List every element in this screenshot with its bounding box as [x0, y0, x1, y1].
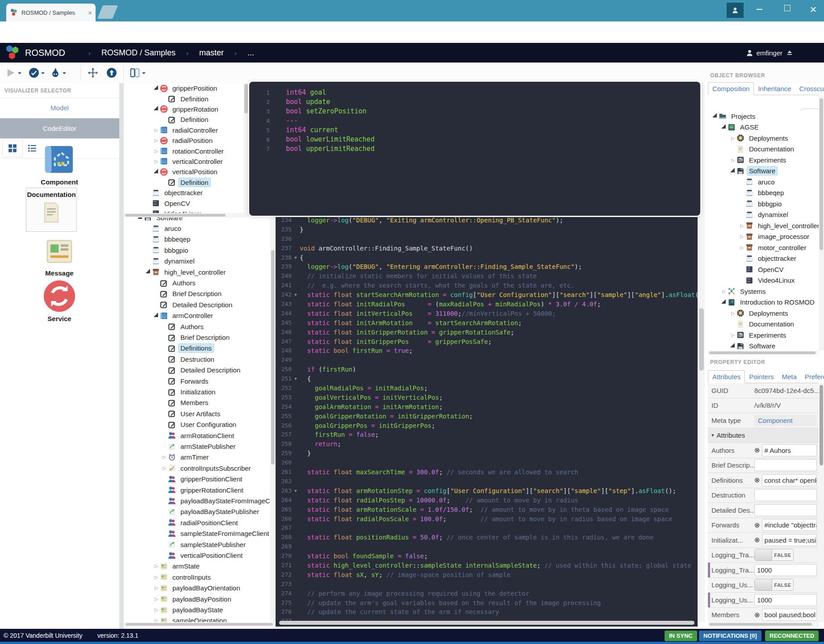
tree-item-definition[interactable]: Definition — [161, 114, 210, 125]
collapse-arrow-icon[interactable]: ▷ — [738, 223, 745, 228]
tree-item-bbbeqep[interactable]: bbbeqep — [145, 234, 192, 245]
collapse-arrow-icon[interactable]: ▷ — [720, 289, 728, 294]
expand-arrow-icon[interactable] — [712, 113, 717, 117]
user-menu[interactable]: emfinger — [746, 49, 796, 57]
clear-value-icon[interactable]: ⊗ — [754, 536, 760, 544]
object-browser-hscrollbar[interactable] — [708, 351, 819, 355]
tree-item-detailed-description[interactable]: Detailed Description — [153, 299, 234, 310]
section-collapse-icon[interactable]: ▾ — [711, 432, 714, 438]
tree-item-image-processor[interactable]: ▷image_processor — [738, 231, 811, 243]
tree-item-payloadbayposition[interactable]: ▷payloadBayPosition — [153, 594, 233, 604]
tree-item-samplestatefromimageclient[interactable]: sampleStateFromImageClient — [161, 528, 270, 539]
expand-arrow-icon[interactable] — [146, 269, 150, 273]
tree-item-dynamixel[interactable]: dynamixel — [145, 256, 197, 267]
tree-item-definitions[interactable]: Definitions — [161, 343, 213, 354]
tree-item-payloadbaystate[interactable]: ▷payloadBayState — [153, 604, 225, 615]
property-input[interactable]: 1000 — [754, 594, 817, 606]
top-tree-vscrollbar[interactable] — [243, 83, 249, 213]
property-row-attributes[interactable]: ▾Attributes — [708, 428, 819, 443]
part-item-documentation-selected[interactable]: Documentation — [26, 188, 77, 232]
columns-button[interactable] — [130, 67, 140, 78]
tree-item-armcontroller[interactable]: armController — [153, 310, 215, 321]
tree-item-objecttracker[interactable]: objecttracker — [738, 253, 798, 264]
browser-profile-button[interactable] — [727, 3, 744, 18]
property-input[interactable] — [754, 489, 817, 501]
code-editor[interactable]: 234 logger->log("DEBUG", "Exiting armCon… — [276, 188, 698, 627]
tree-item-software[interactable]: Software — [729, 341, 777, 351]
tree-item-dynamixel[interactable]: dynamixel — [738, 209, 790, 221]
collapse-arrow-icon[interactable]: ▷ — [729, 311, 736, 316]
tree-item-forwards[interactable]: Forwards — [161, 376, 210, 386]
tree-item-opencv[interactable]: OpenCV — [145, 198, 192, 208]
expand-arrow-icon[interactable] — [154, 169, 158, 173]
collapse-arrow-icon[interactable]: ▷ — [153, 618, 160, 622]
expand-arrow-icon[interactable] — [730, 343, 735, 347]
bottom-tree-hscrollbar[interactable] — [124, 622, 276, 627]
part-item-service[interactable]: Service — [26, 280, 93, 322]
tree-item-armtimer[interactable]: ▷armTimer — [161, 452, 211, 463]
property-input[interactable]: #include "objecttrack — [762, 519, 817, 531]
tree-item-authors[interactable]: Authors — [161, 321, 205, 332]
collapse-arrow-icon[interactable]: ▷ — [738, 234, 745, 239]
collapse-arrow-icon[interactable]: ▷ — [161, 455, 168, 460]
tree-item-armstatepublisher[interactable]: armStatePublisher — [161, 441, 237, 452]
object-browser-tab-inheritance[interactable]: Inheritance — [754, 83, 795, 95]
window-maximize-button[interactable] — [781, 4, 794, 13]
new-tab-button[interactable] — [97, 5, 118, 19]
tree-item-high-level-controller[interactable]: ▷high_level_controller — [738, 220, 819, 231]
visualizer-item-model[interactable]: Model — [0, 98, 119, 118]
tree-item-bbbeqep[interactable]: bbbeqep — [738, 188, 786, 199]
expand-arrow-icon[interactable] — [154, 85, 158, 90]
window-close-button[interactable]: ✕ — [807, 4, 820, 15]
fold-arrow-icon[interactable]: ▼ — [292, 253, 300, 263]
tree-item-verticalpositionclient[interactable]: verticalPositionClient — [161, 550, 244, 560]
tree-item-systems[interactable]: ▷Systems — [720, 286, 768, 297]
property-editor-hscrollbar[interactable] — [708, 622, 819, 627]
tree-item-payloadbaystatepublisher[interactable]: payloadBayStatePublisher — [161, 506, 261, 517]
tree-item-brief-description[interactable]: Brief Description — [153, 289, 223, 299]
brand-title[interactable]: ROSMOD — [25, 48, 65, 58]
property-editor-vscrollbar[interactable] — [819, 383, 824, 622]
collapse-arrow-icon[interactable]: ▷ — [153, 597, 160, 602]
tree-item-bbbgpio[interactable]: bbbgpio — [145, 245, 190, 255]
tree-item-controlinputssubscriber[interactable]: ▷controlInputsSubscriber — [161, 463, 253, 473]
move-button[interactable] — [88, 67, 98, 78]
collapse-arrow-icon[interactable]: ▷ — [729, 158, 736, 163]
tree-item-rotationcontroller[interactable]: ▷rotationController — [153, 146, 226, 156]
collapse-arrow-icon[interactable]: ▷ — [153, 149, 160, 154]
check-button[interactable] — [29, 67, 39, 78]
property-input[interactable]: const char* openPay — [762, 474, 817, 486]
meta-type-link[interactable]: Component — [754, 415, 817, 426]
part-item-component[interactable]: Component — [26, 143, 93, 186]
tree-item-members[interactable]: Members — [161, 397, 210, 408]
expand-arrow-icon[interactable] — [721, 124, 726, 129]
bottom-tree-vscrollbar[interactable] — [270, 217, 276, 622]
fire-button[interactable] — [50, 67, 61, 78]
tree-item-opencv[interactable]: OpenCV — [738, 264, 786, 275]
fold-arrow-icon[interactable]: ▼ — [292, 486, 300, 496]
tree-item-projects[interactable]: Projects — [711, 111, 757, 122]
collapse-arrow-icon[interactable]: ▷ — [153, 138, 160, 143]
collapse-arrow-icon[interactable]: ▷ — [729, 136, 736, 141]
collapse-arrow-icon[interactable]: ▷ — [729, 333, 736, 338]
tree-item-samplestatepublisher[interactable]: sampleStatePublisher — [161, 539, 247, 550]
expand-arrow-icon[interactable] — [154, 313, 158, 317]
tree-item-definition[interactable]: Definition — [161, 177, 210, 188]
collapse-arrow-icon[interactable]: ▷ — [153, 585, 160, 590]
tree-item-agse[interactable]: AGSE — [720, 122, 761, 133]
property-input[interactable] — [754, 504, 817, 516]
object-browser-vscrollbar[interactable] — [819, 96, 824, 351]
expand-arrow-icon[interactable] — [154, 106, 158, 110]
expand-arrow-icon[interactable] — [730, 168, 735, 172]
tree-item-experiments[interactable]: ▷Experiments — [729, 330, 788, 341]
chevron-down-icon[interactable] — [142, 72, 146, 76]
tree-item-aruco[interactable]: aruco — [145, 223, 183, 234]
tree-item-armrotationclient[interactable]: armRotationClient — [161, 430, 236, 441]
tree-item-deployments[interactable]: ▷Deployments — [729, 133, 790, 144]
tree-item-video4linux[interactable]: Video4Linux — [738, 275, 796, 286]
tree-item-destruction[interactable]: Destruction — [161, 354, 216, 364]
property-editor-tab-attributes[interactable]: Attributes — [708, 370, 745, 383]
clear-value-icon[interactable]: ⊗ — [754, 476, 760, 484]
chevron-down-icon[interactable] — [63, 72, 66, 76]
status-badge-notifications-0-[interactable]: NOTIFICATIONS [0] — [699, 631, 761, 641]
